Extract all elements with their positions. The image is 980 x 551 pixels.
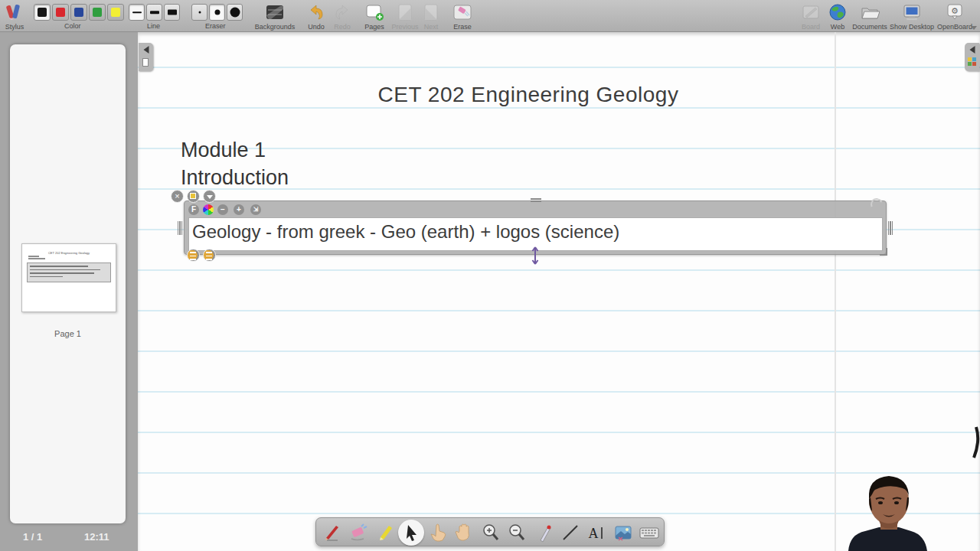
pages-label: Pages <box>364 23 384 31</box>
corner-resize-handle[interactable] <box>880 248 887 256</box>
stylus-label: Stylus <box>5 23 24 31</box>
documents-mode-button[interactable]: Documents <box>852 2 887 31</box>
erase-button[interactable]: Erase <box>450 2 475 31</box>
openboard-menu-button[interactable]: ⚙ OpenBoard <box>936 2 974 31</box>
duplicate-icon <box>190 193 196 199</box>
color-blue-button[interactable] <box>70 4 87 21</box>
page-thumbnail[interactable]: CET 202 Engineering Geology <box>21 243 116 312</box>
thumbnail-textblock <box>27 262 111 282</box>
backgrounds-label: Backgrounds <box>255 23 296 31</box>
web-mode-button[interactable]: Web <box>826 2 849 31</box>
page-title: CET 202 Engineering Geology <box>364 83 693 107</box>
large-dot-glyph <box>230 8 240 18</box>
eraser-icon <box>348 522 369 543</box>
page-counter: 1 / 1 <box>23 531 42 543</box>
clock: 12:11 <box>84 531 109 543</box>
previous-page-button: Previous <box>389 2 421 31</box>
virtual-keyboard-tool[interactable] <box>639 522 660 543</box>
capture-icon <box>612 522 634 543</box>
text-icon: A <box>586 522 607 543</box>
send-backward-button[interactable] <box>187 249 200 262</box>
laser-pointer-tool[interactable] <box>533 522 554 543</box>
medium-dot-glyph <box>214 10 220 15</box>
library-tab-icon <box>968 57 976 67</box>
line-group-label: Line <box>147 22 160 30</box>
presenter-figure <box>841 468 980 551</box>
decrease-font-button[interactable]: − <box>217 204 228 215</box>
blue-chip <box>74 8 83 17</box>
pen-icon <box>321 522 342 543</box>
line-tool[interactable] <box>560 522 581 543</box>
webcam-presenter-video <box>841 468 980 551</box>
open-library-arrow-icon <box>969 46 975 54</box>
library-drawer-tab[interactable] <box>965 43 979 71</box>
erase-label: Erase <box>453 23 472 31</box>
stylus-icon <box>5 3 24 21</box>
green-chip <box>93 8 102 17</box>
increase-font-button[interactable]: + <box>234 204 244 215</box>
pen-tool[interactable] <box>321 522 342 543</box>
show-desktop-monitor-icon <box>902 3 922 21</box>
svg-text:A: A <box>589 526 599 541</box>
capture-tool[interactable] <box>612 522 634 543</box>
medium-line-glyph <box>150 11 159 14</box>
vertical-resize-handle-icon[interactable] <box>529 246 541 265</box>
open-hand-icon <box>453 522 475 543</box>
documents-label: Documents <box>852 23 887 31</box>
eraser-large-button[interactable] <box>227 4 243 21</box>
text-size-button[interactable]: ⇲ <box>250 204 261 215</box>
eraser-medium-button[interactable] <box>209 4 225 21</box>
hand-scroll-tool[interactable] <box>453 522 475 543</box>
color-red-button[interactable] <box>52 4 69 21</box>
board-mode-button: Board <box>799 2 823 31</box>
selector-tool[interactable] <box>400 522 422 543</box>
redo-button: Redo <box>331 2 354 31</box>
thumbnail-title: CET 202 Engineering Geology <box>22 251 116 255</box>
backgrounds-button[interactable]: Backgrounds <box>257 2 292 31</box>
redo-icon <box>332 3 352 21</box>
duplicate-item-button[interactable] <box>187 190 200 203</box>
font-button[interactable]: F <box>188 204 199 215</box>
heading-module: Module 1 <box>181 139 266 162</box>
zoom-out-tool[interactable] <box>506 522 528 543</box>
page-navigator-collapse-tab[interactable] <box>139 43 153 71</box>
heading-introduction: Introduction <box>181 166 289 190</box>
line-medium-button[interactable] <box>146 4 162 21</box>
text-tool[interactable]: A <box>586 522 607 543</box>
stylus-toolbar: A <box>315 517 665 546</box>
zoom-in-tool[interactable] <box>480 522 501 543</box>
stylus-tool[interactable]: Stylus <box>2 2 28 31</box>
board-label: Board <box>802 23 820 31</box>
eraser-tool[interactable] <box>348 522 369 543</box>
red-chip <box>56 8 65 17</box>
interact-tool[interactable] <box>427 522 449 543</box>
resize-left-handle[interactable] <box>178 221 182 235</box>
highlighter-icon <box>374 522 396 543</box>
line-icon <box>560 522 581 543</box>
pages-button[interactable]: Pages <box>361 2 387 31</box>
line-thin-button[interactable] <box>129 4 145 21</box>
svg-text:⚙: ⚙ <box>951 6 959 15</box>
undo-button[interactable]: Undo <box>305 2 328 31</box>
toolbar-overflow-chevron-icon[interactable] <box>971 26 977 30</box>
move-handle[interactable] <box>531 198 541 202</box>
eraser-small-button[interactable] <box>191 4 207 21</box>
web-label: Web <box>831 23 844 31</box>
text-item-selection-frame[interactable]: × F − + ⇲ Geology - from greek - Geo (ea… <box>184 201 887 255</box>
show-desktop-label: Show Desktop <box>890 23 934 31</box>
color-yellow-button[interactable] <box>107 4 124 21</box>
sidebar-footer: 1 / 1 12:11 <box>0 531 138 545</box>
resize-right-handle[interactable] <box>888 221 893 235</box>
line-thick-button[interactable] <box>164 4 180 21</box>
item-menu-button[interactable] <box>203 190 216 203</box>
web-globe-icon <box>828 3 848 21</box>
keyboard-icon <box>639 522 660 543</box>
show-desktop-button[interactable]: Show Desktop <box>890 2 933 31</box>
delete-item-button[interactable]: × <box>171 190 184 203</box>
color-black-button[interactable] <box>34 4 51 21</box>
color-green-button[interactable] <box>89 4 106 21</box>
bring-forward-button[interactable] <box>203 249 216 262</box>
text-color-button[interactable] <box>203 204 214 215</box>
selector-arrow-icon <box>400 522 422 543</box>
highlighter-tool[interactable] <box>374 522 396 543</box>
